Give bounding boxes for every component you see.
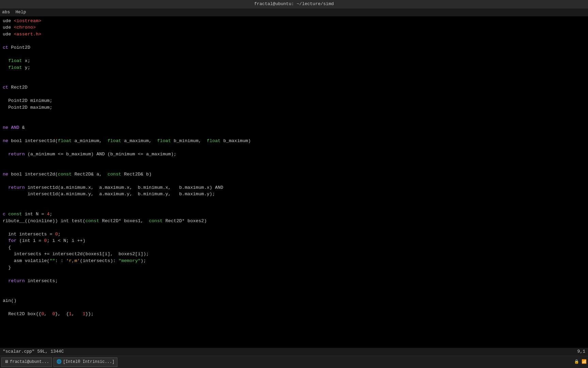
code-line: float x; [0, 58, 588, 64]
code-line: ne AND & [0, 124, 588, 131]
code-line: } [0, 264, 588, 271]
code-line: for (int i = 0; i < N; i ++) [0, 237, 588, 244]
code-line: ude <assert.h> [0, 31, 588, 38]
code-line [0, 144, 588, 151]
code-line: float y; [0, 64, 588, 71]
status-right: 9,1 [577, 349, 585, 355]
code-line: intersects += intersect2d(boxes1[i], box… [0, 251, 588, 258]
code-line: ude <chrono> [0, 24, 588, 31]
code-line [0, 271, 588, 278]
code-line: intersect1d(a.minimum.y, a.maximum.y, b.… [0, 191, 588, 198]
status-bar: "scalar.cpp" 59L, 1344C 9,1 [0, 348, 588, 356]
taskbar-item-terminal[interactable]: 🖥 fractal@ubunt... [1, 357, 52, 367]
code-line [0, 291, 588, 298]
code-line [0, 111, 588, 118]
taskbar-terminal-label: fractal@ubunt... [10, 359, 49, 365]
code-line [0, 131, 588, 138]
menu-bar: abs Help [0, 9, 588, 16]
code-line [0, 284, 588, 291]
code-line: ct Rect2D [0, 84, 588, 91]
code-line: return (a_minimum <= b_maximum) AND (b_m… [0, 151, 588, 158]
browser-icon: 🌐 [56, 359, 62, 365]
title-text: fractal@ubuntu: ~/lecture/simd [254, 1, 334, 6]
code-line: return intersect1d(a.minimum.x, a.maximu… [0, 184, 588, 191]
taskbar-icons: 🔒 📶 [574, 359, 587, 365]
code-area: ude <iostream>ude <chrono>ude <assert.h>… [0, 16, 588, 348]
taskbar-item-browser[interactable]: 🌐 [Intel® Intrinsic...] [53, 357, 117, 367]
code-line [0, 78, 588, 85]
status-left: "scalar.cpp" 59L, 1344C [3, 349, 64, 355]
code-line [0, 204, 588, 211]
taskbar-right: 🔒 📶 [574, 359, 587, 365]
code-line [0, 71, 588, 78]
code-line: Point2D maximum; [0, 104, 588, 111]
code-line: ct Point2D [0, 44, 588, 51]
code-line [0, 158, 588, 165]
code-line: int intersects = 0; [0, 231, 588, 238]
code-line [0, 91, 588, 98]
terminal-icon: 🖥 [4, 359, 9, 365]
code-line: ribute__((noinline)) int test(const Rect… [0, 218, 588, 225]
menu-abs[interactable]: abs [2, 9, 10, 16]
code-line [0, 164, 588, 171]
code-line [0, 178, 588, 184]
code-line [0, 51, 588, 58]
code-line: { [0, 244, 588, 251]
code-line: ne bool intersect1d(float a_minimum, flo… [0, 138, 588, 144]
code-line [0, 37, 588, 44]
code-line: return intersects; [0, 278, 588, 285]
code-line: ude <iostream> [0, 18, 588, 25]
code-line [0, 118, 588, 124]
code-line [0, 304, 588, 311]
code-line: Point2D minimum; [0, 97, 588, 104]
code-line [0, 198, 588, 204]
code-line: asm volatile("": : 'r,m'(intersects): "m… [0, 258, 588, 264]
taskbar-browser-label: [Intel® Intrinsic...] [63, 359, 114, 365]
menu-help[interactable]: Help [15, 9, 26, 16]
code-line: ain() [0, 297, 588, 304]
code-line: Rect2D box{{0, 0}, {1, 1}}; [0, 311, 588, 318]
code-line: ne bool intersect2d(const Rect2D& a, con… [0, 171, 588, 178]
code-line [0, 224, 588, 231]
code-line: c const int N = 4; [0, 211, 588, 218]
taskbar: 🖥 fractal@ubunt... 🌐 [Intel® Intrinsic..… [0, 356, 588, 368]
title-bar: fractal@ubuntu: ~/lecture/simd [0, 0, 588, 9]
